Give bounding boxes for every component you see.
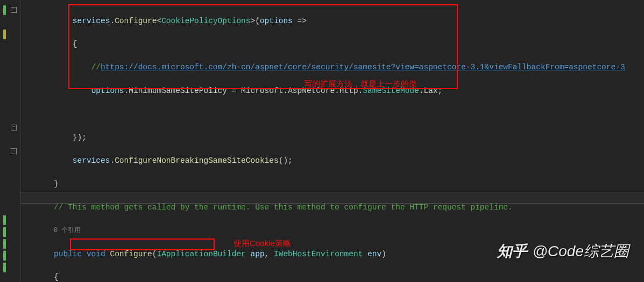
code-line[interactable]: services.ConfigureNonBreakingSameSiteCoo… (20, 155, 644, 167)
code-line[interactable]: { (20, 39, 644, 50)
fold-toggle[interactable]: − (11, 7, 17, 13)
code-line[interactable]: //https://docs.microsoft.com/zh-cn/aspne… (20, 62, 644, 74)
code-line[interactable]: services.Configure<CookiePolicyOptions>(… (20, 16, 644, 27)
code-line[interactable]: }); (20, 132, 644, 144)
watermark: 知乎@Code综艺圈 (497, 241, 629, 262)
fold-toggle[interactable]: − (11, 148, 17, 154)
code-line[interactable]: { (20, 272, 644, 282)
codelens[interactable]: 0 个引用 (20, 225, 644, 237)
change-marker (3, 215, 6, 225)
change-marker (3, 263, 6, 272)
change-marker (3, 227, 6, 237)
annotation-text: 使用Cookie策略 (233, 238, 291, 249)
change-marker (3, 239, 6, 249)
editor-gutter: − − − (0, 0, 20, 282)
code-editor[interactable]: services.Configure<CookiePolicyOptions>(… (20, 0, 644, 282)
zhihu-logo: 知乎 (497, 243, 527, 259)
change-marker (3, 251, 6, 261)
fold-toggle[interactable]: − (11, 125, 17, 131)
annotation-text: 写的扩展方法，就是上一步的类 (304, 79, 417, 89)
watermark-text: @Code综艺圈 (533, 243, 629, 259)
code-line[interactable]: } (20, 178, 644, 190)
change-marker (3, 30, 6, 39)
change-marker (3, 5, 6, 15)
code-line[interactable]: // This method gets called by the runtim… (20, 202, 644, 214)
code-line[interactable] (20, 109, 644, 120)
